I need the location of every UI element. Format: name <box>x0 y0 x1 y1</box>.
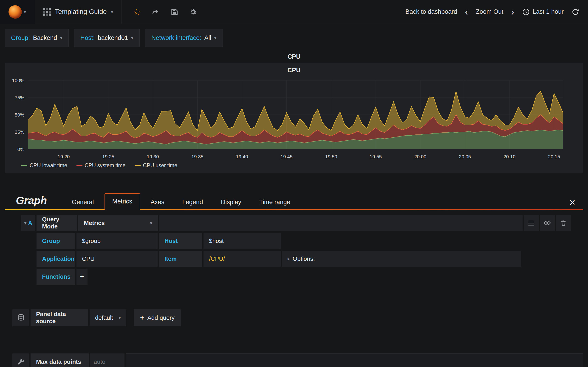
svg-text:50%: 50% <box>15 112 24 117</box>
datasource-label: Panel data source <box>31 309 88 326</box>
close-icon[interactable]: × <box>561 197 583 210</box>
legend-item[interactable]: CPU system time <box>77 162 126 169</box>
svg-text:19:50: 19:50 <box>325 154 337 159</box>
group-label: Group <box>36 233 75 249</box>
svg-text:100%: 100% <box>12 78 24 83</box>
chevron-down-icon: ▾ <box>150 221 152 225</box>
cpu-graph[interactable]: 19:2019:2519:3019:3519:4019:4519:5019:55… <box>5 75 583 162</box>
query-mode-select[interactable]: Metrics ▾ <box>78 215 158 231</box>
delete-query-button[interactable] <box>556 215 571 231</box>
variable-label: Host: <box>80 34 95 42</box>
svg-text:75%: 75% <box>15 95 24 100</box>
host-input[interactable]: $host <box>204 233 281 249</box>
svg-text:19:40: 19:40 <box>236 154 248 159</box>
functions-label: Functions <box>36 269 75 285</box>
group-input[interactable]: $group <box>77 233 157 249</box>
plus-icon: + <box>140 314 144 321</box>
legend-swatch <box>77 165 82 166</box>
query-editor: ▾ A Query Mode Metrics ▾ <box>5 215 583 285</box>
variable-value: backend01 <box>98 34 128 42</box>
max-data-points-label: Max data points <box>31 353 89 367</box>
chevron-down-icon: ▾ <box>214 35 216 40</box>
add-query-button[interactable]: + Add query <box>134 309 181 326</box>
chevron-down-icon: ▾ <box>24 10 26 14</box>
legend-label: CPU iowait time <box>30 162 67 169</box>
query-row-mode: ▾ A Query Mode Metrics ▾ <box>21 215 571 231</box>
variable-network-interface[interactable]: Network interface: All ▾ <box>145 29 223 47</box>
refresh-icon[interactable] <box>571 8 579 16</box>
query-mode-label: Query Mode <box>36 215 77 231</box>
svg-text:20:10: 20:10 <box>503 154 516 159</box>
cpu-panel: CPU 19:2019:2519:3019:3519:4019:4519:501… <box>5 63 583 173</box>
legend-swatch <box>135 165 141 166</box>
tab-axes[interactable]: Axes <box>143 194 172 210</box>
add-function-button[interactable]: + <box>77 269 87 285</box>
database-icon <box>17 314 25 322</box>
svg-text:19:30: 19:30 <box>147 154 159 159</box>
tab-time-range[interactable]: Time range <box>252 194 298 210</box>
clock-icon <box>522 8 530 16</box>
svg-text:19:45: 19:45 <box>280 154 293 159</box>
query-row-filler <box>159 215 523 231</box>
variable-group[interactable]: Group: Backend ▾ <box>5 29 69 47</box>
query-collapse-toggle[interactable]: ▾ A <box>21 215 35 231</box>
gear-icon[interactable] <box>189 8 197 16</box>
toggle-visibility-button[interactable] <box>540 215 555 231</box>
max-data-points-input[interactable] <box>94 358 121 365</box>
eye-icon <box>544 219 551 227</box>
add-query-label: Add query <box>147 314 175 321</box>
tab-legend[interactable]: Legend <box>175 194 210 210</box>
svg-text:20:05: 20:05 <box>459 154 471 159</box>
cpu-chart-svg: 19:2019:2519:3019:3519:4019:4519:5019:55… <box>5 75 583 161</box>
chart-title: CPU <box>5 67 583 74</box>
time-picker[interactable]: Last 1 hour <box>522 8 564 16</box>
max-row-filler <box>126 353 583 367</box>
item-label: Item <box>159 251 202 267</box>
zoom-out-button[interactable]: Zoom Out <box>476 8 503 15</box>
legend-item[interactable]: CPU iowait time <box>21 162 67 169</box>
dashboard-grid-icon <box>43 8 51 16</box>
chevron-left-icon[interactable]: ‹ <box>465 7 468 17</box>
back-to-dashboard-link[interactable]: Back to dashboard <box>405 8 457 15</box>
time-range-label: Last 1 hour <box>533 8 564 15</box>
variable-value: All <box>204 34 211 42</box>
star-icon[interactable]: ☆ <box>133 8 141 16</box>
tab-metrics[interactable]: Metrics <box>104 193 140 210</box>
svg-text:19:55: 19:55 <box>370 154 382 159</box>
template-variables-row: Group: Backend ▾ Host: backend01 ▾ Netwo… <box>0 24 588 50</box>
query-row-group-host: Group $group Host $host <box>36 233 571 249</box>
svg-text:19:25: 19:25 <box>102 154 114 159</box>
panel-title[interactable]: CPU <box>0 50 588 63</box>
tab-display[interactable]: Display <box>214 194 249 210</box>
save-icon[interactable] <box>170 8 178 16</box>
item-input[interactable]: /CPU/ <box>204 251 281 267</box>
chevron-right-icon[interactable]: › <box>511 7 514 17</box>
chevron-down-icon: ▾ <box>119 315 121 320</box>
legend-item[interactable]: CPU user time <box>135 162 177 169</box>
grafana-logo-icon <box>9 5 22 19</box>
tab-general[interactable]: General <box>64 194 101 210</box>
query-menu-button[interactable] <box>524 215 539 231</box>
variable-host[interactable]: Host: backend01 ▾ <box>74 29 140 47</box>
options-label: Options: <box>293 255 315 262</box>
host-label: Host <box>159 233 202 249</box>
query-mode-value: Metrics <box>84 219 105 227</box>
menu-icon <box>528 219 534 227</box>
max-data-points-row: Max data points <box>12 353 583 367</box>
options-toggle[interactable]: ▸ Options: <box>282 251 521 267</box>
legend-label: CPU user time <box>143 162 177 169</box>
datasource-select[interactable]: default ▾ <box>90 309 126 326</box>
variable-value: Backend <box>33 34 57 42</box>
dashboard-title-menu[interactable]: Templating Guide ▾ <box>35 0 122 24</box>
dashboard-title: Templating Guide <box>55 8 107 16</box>
svg-text:20:00: 20:00 <box>414 154 426 159</box>
svg-text:20:15: 20:15 <box>548 154 560 159</box>
chevron-down-icon: ▾ <box>24 221 26 225</box>
application-input[interactable]: CPU <box>77 251 157 267</box>
svg-text:19:35: 19:35 <box>191 154 204 159</box>
chevron-right-icon: ▸ <box>288 257 290 261</box>
svg-text:25%: 25% <box>15 129 24 135</box>
grafana-logo-button[interactable]: ▾ <box>0 0 35 24</box>
share-icon[interactable] <box>152 8 159 16</box>
svg-text:19:20: 19:20 <box>58 154 70 159</box>
